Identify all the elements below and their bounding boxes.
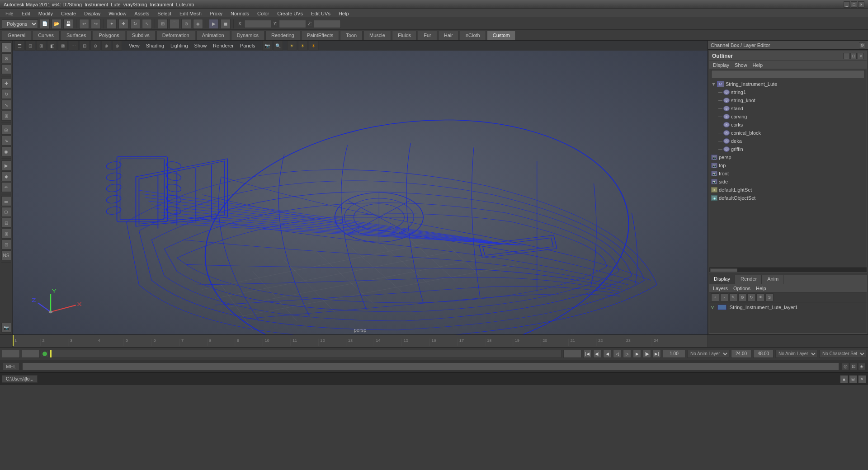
tree-item-corks[interactable]: — o corks <box>709 121 867 129</box>
anim-layer-selector-right[interactable]: No Anim Layer <box>775 350 817 358</box>
anim-range-start[interactable]: 1.00 <box>22 350 40 358</box>
go-end-button[interactable]: ▶| <box>653 350 661 358</box>
tray-btn-2[interactable]: ⊞ <box>849 375 857 383</box>
menu-help[interactable]: Help <box>335 10 353 17</box>
outliner-maximize[interactable]: □ <box>850 53 857 59</box>
play-back-button[interactable]: ◁ <box>613 350 621 358</box>
layer-solo-btn[interactable]: S <box>765 293 774 301</box>
select-tool-left[interactable]: ↖ <box>1 42 11 52</box>
status-icon-2[interactable]: ⊡ <box>850 363 857 370</box>
char-set-selector[interactable]: No Character Set <box>819 350 866 358</box>
tab-curves[interactable]: Curves <box>32 31 60 40</box>
menu-window[interactable]: Window <box>105 10 130 17</box>
render-view[interactable]: ▶ <box>1 160 11 170</box>
snap-point[interactable]: ⊙ <box>181 19 191 29</box>
tree-item-object-set[interactable]: ◈ defaultObjectSet <box>709 194 867 202</box>
snap-surface[interactable]: ◈ <box>193 19 203 29</box>
tree-item-string-knot[interactable]: — o string_knot <box>709 96 867 104</box>
time-end-24[interactable] <box>731 350 751 358</box>
move-tool[interactable]: ✚ <box>118 19 128 29</box>
tree-item-root[interactable]: ▼ M String_Instrument_Lute <box>709 80 867 88</box>
layer-row-1[interactable]: V |String_Instrument_Lute_layer1 <box>711 303 865 311</box>
lasso-tool[interactable]: ⊘ <box>1 53 11 63</box>
rotate-tool[interactable]: ↻ <box>130 19 140 29</box>
close-button[interactable]: × <box>858 1 864 8</box>
vp-menu-show[interactable]: Show <box>192 42 210 49</box>
vp-tool-9[interactable]: ⊕ <box>101 41 111 51</box>
vp-tool-3[interactable]: ⊞ <box>36 41 46 51</box>
anim-start-field[interactable]: 1.00 <box>2 350 20 358</box>
outliner-hscrollbar[interactable] <box>709 267 867 273</box>
soft-mod-tool[interactable]: ◎ <box>1 125 11 135</box>
tray-btn-3[interactable]: × <box>858 375 866 383</box>
layer-visible-btn[interactable]: 👁 <box>756 293 764 301</box>
open-file-button[interactable]: 📂 <box>52 19 61 29</box>
layer-options-btn[interactable]: ⚙ <box>738 293 746 301</box>
outliner-search[interactable] <box>711 70 865 78</box>
anim-layer-selector[interactable]: No Anim Layer <box>687 350 729 358</box>
layer-tab-render[interactable]: Render <box>736 275 762 284</box>
camera-tool[interactable]: 📷 <box>1 323 11 333</box>
layer-edit-btn[interactable]: ✎ <box>729 293 737 301</box>
tree-item-front[interactable]: 📷 front <box>709 169 867 178</box>
menu-edit[interactable]: Edit <box>18 10 34 17</box>
vp-light-1[interactable]: ☀ <box>287 41 297 51</box>
tree-item-conical-block[interactable]: — o conical_block <box>709 129 867 137</box>
tab-rendering[interactable]: Rendering <box>265 31 300 40</box>
vp-menu-shading[interactable]: Shading <box>143 42 167 49</box>
outliner-hscroll-thumb[interactable] <box>710 268 737 272</box>
vp-tool-7[interactable]: ⊟ <box>80 41 90 51</box>
layer-refresh-btn[interactable]: ↻ <box>747 293 755 301</box>
tab-dynamics[interactable]: Dynamics <box>231 31 264 40</box>
menu-select[interactable]: Select <box>154 10 175 17</box>
y-coord-input[interactable] <box>279 20 306 28</box>
tree-item-deka[interactable]: — o deka <box>709 137 867 145</box>
tab-surfaces[interactable]: Surfaces <box>61 31 92 40</box>
status-icon-1[interactable]: ◎ <box>842 363 849 370</box>
tab-custom[interactable]: Custom <box>487 31 516 40</box>
tab-fur[interactable]: Fur <box>418 31 437 40</box>
outliner-tool[interactable]: ☰ <box>1 196 11 206</box>
tab-hair[interactable]: Hair <box>438 31 459 40</box>
graph-editor[interactable]: ⬡ <box>1 207 11 217</box>
anim-range-end[interactable]: 24 <box>563 350 581 358</box>
sculpt-tool[interactable]: ∿ <box>1 136 11 146</box>
layer-new-btn[interactable]: + <box>711 293 719 301</box>
vp-cam-1[interactable]: 📷 <box>262 41 272 51</box>
dope-sheet[interactable]: ⊟ <box>1 218 11 228</box>
tab-polygons[interactable]: Polygons <box>93 31 125 40</box>
vp-tool-1[interactable]: ☰ <box>14 41 24 51</box>
visor[interactable]: ⊡ <box>1 240 11 249</box>
next-key-button[interactable]: |▶ <box>643 350 651 358</box>
vp-menu-renderer[interactable]: Renderer <box>210 42 236 49</box>
menu-create[interactable]: Create <box>57 10 80 17</box>
snap-curve[interactable]: ⌒ <box>170 19 179 29</box>
vp-menu-panels[interactable]: Panels <box>237 42 258 49</box>
vp-light-2[interactable]: ☀ <box>298 41 308 51</box>
rotate-tool-left[interactable]: ↻ <box>1 89 11 99</box>
tab-subdivs[interactable]: Subdivs <box>126 31 156 40</box>
mode-dropdown[interactable]: Polygons <box>2 19 38 28</box>
layer-tab-display[interactable]: Display <box>709 275 735 284</box>
tree-item-side[interactable]: 📷 side <box>709 178 867 186</box>
maximize-button[interactable]: □ <box>851 1 857 8</box>
namespace-editor[interactable]: NS <box>1 250 11 260</box>
menu-proxy[interactable]: Proxy <box>206 10 226 17</box>
transform-tool[interactable]: ⊞ <box>1 111 11 121</box>
tab-fluids[interactable]: Fluids <box>392 31 417 40</box>
menu-assets[interactable]: Assets <box>131 10 153 17</box>
vp-tool-10[interactable]: ⊗ <box>112 41 122 51</box>
vp-menu-lighting[interactable]: Lighting <box>168 42 191 49</box>
tab-ncloth[interactable]: nCloth <box>460 31 486 40</box>
redo-button[interactable]: ↪ <box>91 19 101 29</box>
tree-item-griffin[interactable]: — o griffin <box>709 145 867 153</box>
layer-tab-anim[interactable]: Anim <box>763 275 783 284</box>
tree-item-string1[interactable]: — o string1 <box>709 88 867 96</box>
next-frame-button[interactable]: ▶ <box>633 350 641 358</box>
hypershade[interactable]: ◆ <box>1 171 11 181</box>
layer-menu-layers[interactable]: Layers <box>711 286 730 291</box>
char-selector-btn[interactable] <box>42 351 48 357</box>
move-tool-left[interactable]: ✚ <box>1 78 11 88</box>
prev-key-button[interactable]: ◀| <box>593 350 601 358</box>
outliner-menu-display[interactable]: Display <box>711 62 731 68</box>
